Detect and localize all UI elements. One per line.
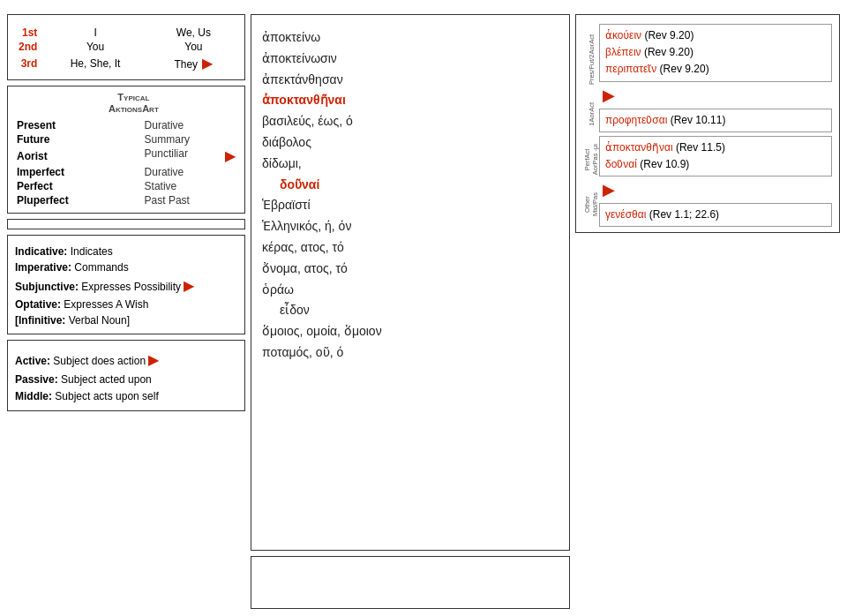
inf-item-apoktan: ἀποκτανθῆναι (Rev 11.5): [605, 139, 826, 156]
middle-panel: ἀποκτείνω ἀποκτείνωσιν ἀπεκτάνθησαν ἀποκ…: [251, 14, 570, 609]
subjunctive-arrow: ▶: [184, 278, 194, 293]
inf-item-propheuo: προφητεῦσαι (Rev 10.11): [605, 112, 826, 129]
participle-section: [7, 219, 245, 229]
voice-section: Active: Subject does action ▶ Passive: S…: [7, 340, 245, 411]
vocab-item-14: εἶδον: [262, 300, 558, 321]
tense-row-pluperfect: PluperfectPast Past: [15, 193, 237, 207]
tense-header: Typical AktionsArt: [15, 92, 237, 115]
vocab-item-7: δίδωμι,: [262, 154, 558, 175]
inf-block-1: ἀκούειν (Rev 9.20) βλέπειν (Rev 9.20) πε…: [599, 24, 832, 82]
axis-label-pres: Pres/Fut/2AorAct: [588, 34, 596, 85]
axis-label-1aor: 1AorAct: [588, 102, 596, 126]
left-panel: 1st I We, Us 2nd You You 3rd He, She, It…: [7, 14, 245, 609]
vocab-item-2: ἀποκτείνωσιν: [262, 49, 558, 70]
main-layout: 1st I We, Us 2nd You You 3rd He, She, It…: [0, 11, 847, 616]
axis-label-perf: PerfActAorPas -μι: [583, 144, 599, 175]
vocab-item-8: δοῦναί: [262, 175, 558, 196]
vocab-item-15: ὅμοιος, ομοία, ὅμοιον: [262, 321, 558, 342]
vocab-item-10: Ἑλληνικός, ή, όν: [262, 216, 558, 237]
inf-block-4: γενέσθαι (Rev 1.1; 22.6): [599, 203, 832, 227]
mood-imperative: Imperative: Commands: [15, 259, 237, 275]
person-number-section: 1st I We, Us 2nd You You 3rd He, She, It…: [7, 14, 245, 80]
vocab-item-4: ἀποκτανθῆναι: [262, 90, 558, 111]
inf-block-2: προφητεῦσαι (Rev 10.11): [599, 109, 832, 132]
mood-section: Indicative: Indicates Imperative: Comman…: [7, 235, 245, 334]
inf-arrow-row-2: ▶: [603, 180, 832, 199]
mood-optative: Optative: Expresses A Wish: [15, 297, 237, 312]
vocab-item-3: ἀπεκτάνθησαν: [262, 70, 558, 91]
vocab-section: ἀποκτείνω ἀποκτείνωσιν ἀπεκτάνθησαν ἀποκ…: [251, 14, 570, 551]
voice-active: Active: Subject does action ▶: [15, 349, 237, 372]
vocab-item-16: ποταμός, οῦ, ό: [262, 342, 558, 364]
mood-indicative: Indicative: Indicates: [15, 244, 237, 259]
tense-row-present: PresentDurative: [15, 118, 237, 132]
voice-passive: Passive: Subject acted upon: [15, 372, 237, 388]
active-arrow: ▶: [148, 352, 159, 367]
vocab-item-5: βασιλεύς, έως, ό: [262, 111, 558, 132]
right-panel: Pres/Fut/2AorAct 1AorAct PerfActAorPas -…: [575, 14, 840, 609]
typical-art-title: Typical AktionsArt: [109, 92, 159, 115]
pn-row-2nd: 2nd You You: [15, 40, 237, 54]
inf-main-content: ἀκούειν (Rev 9.20) βλέπειν (Rev 9.20) πε…: [599, 24, 832, 227]
vocab-item-1: ἀποκτείνω: [262, 27, 558, 49]
vocab-item-6: διάβολος: [262, 132, 558, 154]
inf-item-akouo: ἀκούειν (Rev 9.20): [605, 27, 826, 44]
mood-subjunctive: Subjunctive: Expresses Possibility ▶: [15, 275, 237, 297]
vocab-item-11: κέρας, ατος, τό: [262, 237, 558, 259]
pn-row-3rd: 3rd He, She, It They ▶: [15, 54, 237, 72]
practical-section: [251, 556, 570, 609]
tense-row-imperfect: ImperfectDurative: [15, 165, 237, 179]
mood-infinitive: [Infinitive: Verbal Noun]: [15, 312, 237, 328]
voice-middle: Middle: Subject acts upon self: [15, 388, 237, 405]
axis-label-other: OtherMid/Pas: [583, 192, 599, 216]
inf-item-peripateo: περιπατεῖν (Rev 9.20): [605, 61, 826, 78]
tense-table: PresentDurative FutureSummary AoristPunc…: [15, 118, 237, 207]
header: [0, 0, 847, 11]
inf-item-blepo: βλέπειν (Rev 9.20): [605, 44, 826, 61]
inf-item-genesth: γενέσθαι (Rev 1.1; 22.6): [605, 207, 826, 223]
inf-outer: Pres/Fut/2AorAct 1AorAct PerfActAorPas -…: [583, 24, 832, 227]
inf-arrow-row: ▶: [603, 86, 832, 105]
inf-item-dounai: δοῦναί (Rev 10.9): [605, 156, 826, 173]
tense-section: Typical AktionsArt PresentDurative Futur…: [7, 86, 245, 214]
inf-red-arrow-2: ▶: [603, 180, 615, 199]
pn-row-1st: 1st I We, Us: [15, 26, 237, 40]
tense-row-future: FutureSummary: [15, 132, 237, 146]
vocab-item-12: ὄνομα, ατος, τό: [262, 259, 558, 280]
inf-red-arrow: ▶: [603, 86, 615, 105]
vocab-list: ἀποκτείνω ἀποκτείνωσιν ἀπεκτάνθησαν ἀποκ…: [262, 27, 558, 364]
infinitives-section: Pres/Fut/2AorAct 1AorAct PerfActAorPas -…: [575, 14, 840, 233]
page-container: 1st I We, Us 2nd You You 3rd He, She, It…: [0, 0, 847, 616]
vocab-item-9: Ἑβραϊστί: [262, 195, 558, 216]
vocab-item-13: ὁράω: [262, 280, 558, 301]
arrow-they: ▶: [202, 56, 213, 71]
tense-row-perfect: PerfectStative: [15, 179, 237, 193]
inf-axis-left: Pres/Fut/2AorAct 1AorAct PerfActAorPas -…: [583, 24, 599, 227]
inf-block-3: ἀποκτανθῆναι (Rev 11.5) δοῦναί (Rev 10.9…: [599, 136, 832, 177]
aorist-arrow: ▶: [225, 147, 236, 164]
tense-row-aorist: AoristPunctiliar ▶: [15, 146, 237, 165]
person-number-table: 1st I We, Us 2nd You You 3rd He, She, It…: [15, 24, 237, 72]
